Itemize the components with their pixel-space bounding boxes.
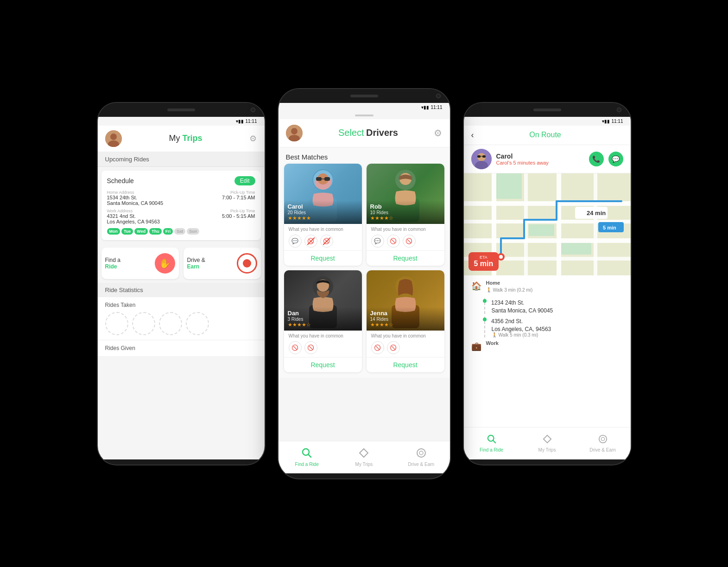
nav-find-ride-right[interactable]: Find a Ride xyxy=(464,427,519,459)
left-status-bar: ▾▮▮ 11:11 xyxy=(98,117,265,126)
day-sun[interactable]: Sun xyxy=(187,228,199,235)
svg-rect-40 xyxy=(557,173,561,275)
svg-text:5 min: 5 min xyxy=(603,225,616,230)
drive-earn-nav-icon xyxy=(416,448,426,460)
day-wed[interactable]: Wed xyxy=(134,228,148,235)
my-trips-icon-right xyxy=(543,434,552,446)
jenna-photo: Jenna 14 Rides ★★★★☆ xyxy=(367,270,444,331)
user-avatar xyxy=(105,130,122,147)
carol-photo: Carol 20 Rides ★★★★★ xyxy=(284,164,362,224)
day-fri[interactable]: Fri xyxy=(163,228,173,235)
jenna-request-button[interactable]: Request xyxy=(367,357,444,372)
work-city: Los Angeles, CA 94563 xyxy=(107,219,222,224)
carol-rides: 20 Rides xyxy=(288,210,358,215)
home-route-info: Home 🚶 Walk 3 min (0.2 mi) xyxy=(486,280,623,293)
svg-point-54 xyxy=(599,435,606,442)
user-avatar-center xyxy=(286,125,303,141)
left-status-time: 11:11 xyxy=(245,119,257,124)
rob-common: What you have in common xyxy=(367,224,444,235)
svg-point-46 xyxy=(499,255,503,259)
carol-common: What you have in common xyxy=(284,224,362,235)
home-address-label: Home Address xyxy=(107,190,222,195)
nav-my-trips-label-right: My Trips xyxy=(538,447,556,452)
dan-request-button[interactable]: Request xyxy=(284,357,362,372)
home-pickup-time: 7:00 - 7:15 AM xyxy=(222,195,255,200)
work-address-label: Work Address xyxy=(107,209,222,213)
earn-label: Earn xyxy=(187,263,205,270)
jenna-name: Jenna xyxy=(370,310,441,317)
home-street: 1234 24th St. xyxy=(491,299,524,306)
ride-circle-1 xyxy=(105,312,128,335)
stop-walk: 🚶 Walk 5 min (0.3 mi) xyxy=(492,332,623,338)
dan-common: What you have in common xyxy=(284,331,362,341)
rob-no-icon2: 🚫 xyxy=(403,235,416,248)
drivers-grid: Carol 20 Rides ★★★★★ What you have in co… xyxy=(279,164,450,378)
nav-find-ride-center[interactable]: Find a Ride xyxy=(279,441,336,473)
nav-my-trips-center[interactable]: My Trips xyxy=(336,441,392,473)
svg-point-55 xyxy=(601,437,604,440)
day-thu[interactable]: Thu xyxy=(149,228,162,235)
find-ride-nav-icon xyxy=(302,448,312,460)
settings-icon-center[interactable]: ⚙ xyxy=(434,127,442,139)
rides-taken-label: Rides Taken xyxy=(105,302,257,308)
message-icon[interactable]: 💬 xyxy=(608,152,623,166)
phone-call-icon[interactable]: 📞 xyxy=(589,152,604,166)
right-status-bar: ▾▮▮ 11:11 xyxy=(464,117,631,126)
dan-rides: 3 Rides xyxy=(288,317,358,322)
svg-marker-24 xyxy=(360,449,368,457)
day-mon[interactable]: Mon xyxy=(107,228,120,235)
find-ride-button[interactable]: Find a Ride ✋ xyxy=(101,248,179,279)
drive-label: Drive & xyxy=(187,257,205,263)
find-ride-icon-right xyxy=(487,434,496,446)
nav-drive-earn-right[interactable]: Drive & Earn xyxy=(575,427,631,459)
contact-icons: 📞 💬 xyxy=(589,152,623,166)
my-trips-nav-icon xyxy=(359,448,369,460)
driver-contact-info: Carol Carol's 5 minutes away xyxy=(496,153,584,166)
dan-photo: Dan 3 Rides ★★★★☆ xyxy=(284,270,362,331)
right-phone: ▾▮▮ 11:11 ‹ On Route xyxy=(464,103,631,465)
home-pickup-label: Pick-Up Time xyxy=(222,190,255,195)
dan-no-icon2: 🚫 xyxy=(304,341,317,354)
my-trips-title: My Trips xyxy=(169,134,202,143)
rob-no-icon1: 🚫 xyxy=(387,235,400,248)
rob-stars: ★★★★☆ xyxy=(370,215,441,221)
jenna-icons: 🚫 🚫 xyxy=(367,341,444,357)
nav-drive-earn-label-center: Drive & Earn xyxy=(408,462,434,467)
settings-icon[interactable]: ⚙ xyxy=(249,134,257,144)
carol-no-icon2: 🚫 xyxy=(320,235,333,248)
left-phone: ▾▮▮ 11:11 My Trips xyxy=(98,103,265,465)
drivers-header: Select Drivers ⚙ xyxy=(279,119,450,147)
map-area: 24 min 5 min ETA 5 min xyxy=(464,173,631,275)
rides-given-section: Rides Given xyxy=(98,340,265,356)
home-icon: 🏠 xyxy=(471,280,481,291)
home-address: 1534 24th St. xyxy=(107,195,222,200)
svg-rect-10 xyxy=(316,177,322,181)
jenna-no-icon2: 🚫 xyxy=(387,341,400,354)
carol-request-button[interactable]: Request xyxy=(284,250,362,266)
home-address-block: 1234 24th St. Santa Monica, CA 90045 xyxy=(484,298,623,314)
dan-stars: ★★★★☆ xyxy=(288,322,358,328)
rob-chat-icon[interactable]: 💬 xyxy=(371,235,384,248)
home-walk: 🚶 Walk 3 min (0.2 mi) xyxy=(486,287,623,293)
eta-badge: ETA 5 min xyxy=(468,252,499,271)
svg-line-52 xyxy=(493,440,495,442)
jenna-no-icon1: 🚫 xyxy=(371,341,384,354)
home-route-item: 🏠 Home 🚶 Walk 3 min (0.2 mi) xyxy=(471,280,623,293)
nav-my-trips-right[interactable]: My Trips xyxy=(519,427,575,459)
day-sat[interactable]: Sat xyxy=(174,228,185,235)
find-ride-label2: Ride xyxy=(105,263,120,270)
back-arrow-icon[interactable]: ‹ xyxy=(471,130,474,140)
action-buttons: Find a Ride ✋ Drive & Earn xyxy=(101,248,261,279)
home-city: Santa Monica, CA 90045 xyxy=(107,200,222,206)
rob-rides: 10 Rides xyxy=(370,210,441,215)
nav-drive-earn-center[interactable]: Drive & Earn xyxy=(392,441,449,473)
svg-rect-11 xyxy=(324,177,330,181)
svg-point-26 xyxy=(419,451,423,455)
stop-street: 4356 2nd St. xyxy=(491,318,523,325)
carol-chat-icon[interactable]: 💬 xyxy=(289,235,302,248)
rob-request-button[interactable]: Request xyxy=(367,250,444,266)
edit-button[interactable]: Edit xyxy=(234,176,255,185)
ride-icon: ✋ xyxy=(155,253,175,274)
drive-earn-button[interactable]: Drive & Earn xyxy=(184,248,261,279)
day-tue[interactable]: Tue xyxy=(121,228,133,235)
